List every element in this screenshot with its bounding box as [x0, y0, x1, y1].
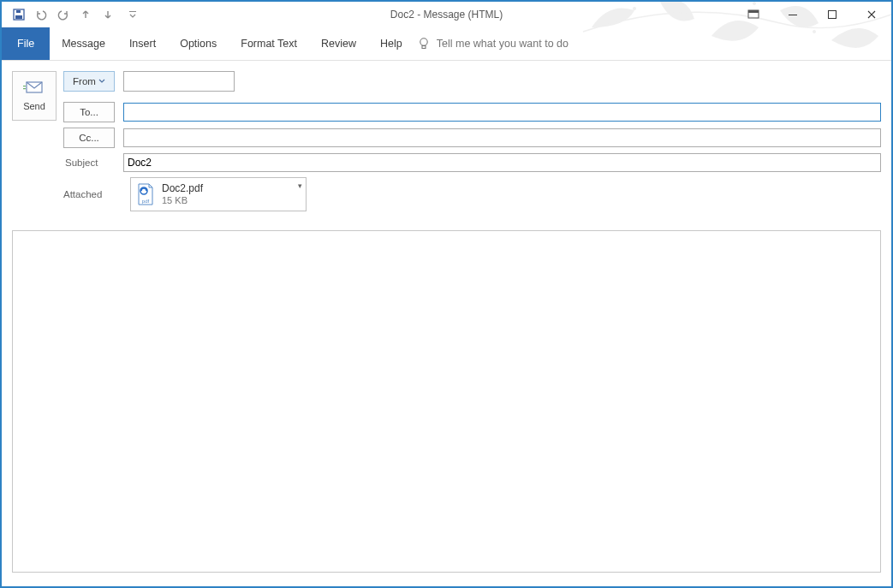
- tell-me-input[interactable]: [435, 37, 644, 50]
- tab-help[interactable]: Help: [368, 27, 414, 60]
- svg-rect-14: [23, 86, 26, 86]
- subject-input[interactable]: [123, 153, 881, 172]
- svg-rect-5: [16, 10, 21, 13]
- to-input[interactable]: [123, 103, 881, 122]
- next-item-button[interactable]: [98, 4, 118, 25]
- svg-rect-8: [748, 10, 759, 13]
- arrow-up-icon: [80, 9, 91, 20]
- svg-rect-4: [15, 15, 22, 19]
- attached-label: Attached: [63, 189, 113, 199]
- close-icon: [866, 9, 877, 20]
- to-button[interactable]: To...: [63, 102, 115, 122]
- tab-message[interactable]: Message: [50, 27, 117, 60]
- message-header: Send From To... Cc...: [2, 61, 891, 220]
- minimize-button[interactable]: [773, 2, 813, 27]
- undo-icon: [35, 9, 47, 21]
- ribbon-display-options-button[interactable]: [734, 2, 773, 27]
- window-controls: [734, 2, 891, 27]
- tab-file[interactable]: File: [2, 27, 50, 60]
- maximize-button[interactable]: [813, 2, 852, 27]
- arrow-down-icon: [103, 9, 113, 20]
- close-button[interactable]: [852, 2, 891, 27]
- save-button[interactable]: [9, 4, 29, 25]
- attachment-chip[interactable]: pdf Doc2.pdf 15 KB ▾: [130, 177, 307, 211]
- svg-rect-12: [422, 46, 426, 49]
- tab-options[interactable]: Options: [168, 27, 229, 60]
- svg-rect-15: [23, 88, 26, 89]
- tab-review[interactable]: Review: [309, 27, 368, 60]
- chevron-down-icon: [128, 10, 137, 19]
- subject-label: Subject: [63, 157, 115, 168]
- pdf-file-icon: pdf: [136, 183, 155, 205]
- message-window: Doc2 - Message (HTML) File Message Inser…: [0, 0, 893, 588]
- message-body[interactable]: [12, 230, 881, 573]
- send-button[interactable]: Send: [12, 71, 57, 121]
- tab-insert[interactable]: Insert: [117, 27, 168, 60]
- tell-me-search[interactable]: [418, 27, 644, 60]
- customize-qat-button[interactable]: [127, 4, 139, 25]
- send-label: Send: [23, 101, 45, 111]
- redo-button[interactable]: [53, 4, 74, 25]
- attachment-size: 15 KB: [162, 195, 203, 206]
- quick-access-toolbar: [2, 2, 139, 27]
- save-icon: [13, 9, 25, 21]
- svg-rect-6: [129, 11, 136, 12]
- title-bar: Doc2 - Message (HTML): [2, 2, 891, 27]
- minimize-icon: [788, 9, 798, 20]
- svg-rect-10: [829, 11, 836, 19]
- envelope-send-icon: [23, 80, 45, 96]
- from-label: From: [73, 76, 96, 86]
- attachment-name: Doc2.pdf: [162, 182, 203, 194]
- from-field[interactable]: [123, 71, 235, 92]
- ribbon-tabs: File Message Insert Options Format Text …: [2, 27, 891, 61]
- undo-button[interactable]: [31, 4, 51, 25]
- attachment-dropdown-icon[interactable]: ▾: [298, 181, 302, 190]
- ribbon-display-options-icon: [747, 9, 759, 20]
- redo-icon: [57, 9, 69, 21]
- svg-rect-9: [789, 15, 797, 15]
- maximize-icon: [827, 9, 837, 20]
- svg-point-11: [420, 39, 427, 45]
- chevron-down-icon: [98, 78, 105, 85]
- cc-input[interactable]: [123, 128, 881, 147]
- svg-text:pdf: pdf: [142, 199, 150, 204]
- previous-item-button[interactable]: [75, 4, 96, 25]
- lightbulb-icon: [418, 37, 430, 50]
- from-button[interactable]: From: [63, 71, 115, 92]
- tab-format-text[interactable]: Format Text: [229, 27, 309, 60]
- cc-button[interactable]: Cc...: [63, 128, 115, 148]
